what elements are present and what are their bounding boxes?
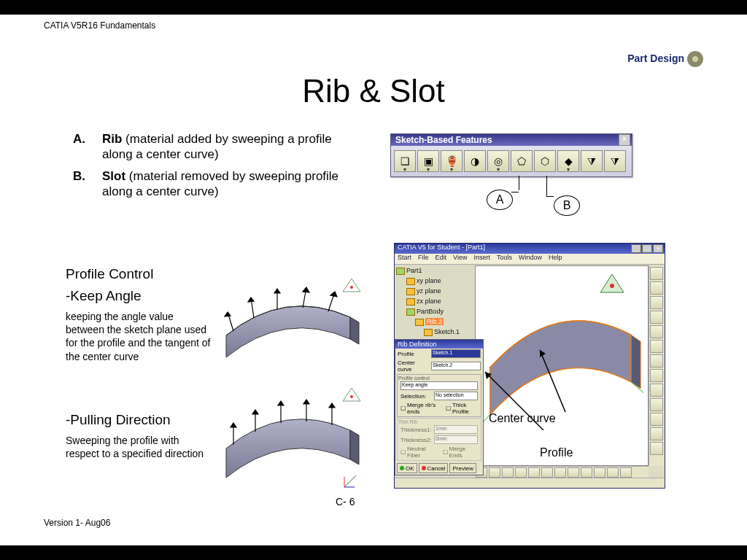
sketch-icon xyxy=(424,329,433,336)
tool-icon[interactable] xyxy=(650,281,663,295)
svg-marker-20 xyxy=(343,279,360,292)
cancel-button[interactable]: Cancel xyxy=(419,463,449,473)
menu-bar[interactable]: StartFileEditViewInsertToolsWindowHelp xyxy=(395,254,665,265)
part-icon xyxy=(396,268,405,275)
keep-angle-heading: -Keep Angle xyxy=(66,288,142,304)
tool-icon[interactable] xyxy=(650,384,663,397)
doc-header: CATIA V5R16 Fundamentals xyxy=(44,20,155,31)
shaft-icon[interactable]: 🏺▾ xyxy=(441,150,462,172)
compass-icon[interactable] xyxy=(598,272,626,300)
gear-icon xyxy=(687,51,703,67)
tool-icon[interactable] xyxy=(650,311,663,324)
svg-point-28 xyxy=(610,284,614,288)
profile-control-field[interactable]: Keep angle xyxy=(400,381,478,390)
page-number: C- 6 xyxy=(336,496,355,508)
pocket-icon[interactable]: ▣▾ xyxy=(417,150,439,172)
compass-icon xyxy=(341,277,362,300)
tool-icon[interactable] xyxy=(650,325,663,338)
def-b-label: B. xyxy=(73,168,102,184)
maximize-icon[interactable]: □ xyxy=(642,244,652,253)
pad-icon[interactable]: ❏▾ xyxy=(394,150,416,172)
tool-icon[interactable] xyxy=(650,369,663,382)
callout-a: A xyxy=(487,190,513,210)
callout-b: B xyxy=(554,195,580,216)
tool-icon[interactable] xyxy=(650,413,663,426)
spec-tree[interactable]: Part1 xy plane yz plane zx plane PartBod… xyxy=(396,265,473,347)
hole-icon[interactable]: ◎▾ xyxy=(487,150,509,172)
removed-multisection-icon[interactable]: ⧩ xyxy=(604,150,626,172)
merge-ends2-checkbox: ☐ xyxy=(443,449,448,456)
plane-icon xyxy=(406,278,415,285)
svg-marker-9 xyxy=(330,292,337,297)
svg-marker-11 xyxy=(231,423,236,427)
compass-icon xyxy=(341,386,362,410)
brand-label: Part Design xyxy=(627,51,703,67)
bottom-toolbar[interactable] xyxy=(475,466,649,478)
thick-profile-checkbox[interactable]: ☐ xyxy=(446,405,451,412)
svg-marker-13 xyxy=(252,410,258,414)
svg-marker-17 xyxy=(303,400,309,404)
def-a-label: A. xyxy=(73,131,102,147)
svg-marker-1 xyxy=(225,312,231,316)
center-curve-field[interactable]: Sketch.2 xyxy=(431,362,481,370)
tool-icon[interactable] xyxy=(650,340,663,353)
merge-ends-checkbox[interactable]: ☐ xyxy=(400,405,406,412)
stiffener-icon[interactable]: ◆▾ xyxy=(557,150,579,172)
thickness1-field: 1mm xyxy=(434,425,478,434)
rib-definition-dialog: Rib Definition ProfileSketch.1 Center cu… xyxy=(395,339,484,475)
minimize-icon[interactable]: _ xyxy=(631,244,641,253)
svg-marker-22 xyxy=(343,388,360,401)
definitions: A.Rib (material added by sweeping a prof… xyxy=(73,131,365,205)
rib-feature-icon xyxy=(415,319,424,326)
neutral-fiber-checkbox: ☐ xyxy=(400,449,406,456)
annotation-center-curve: Center curve xyxy=(489,412,556,425)
profile-field[interactable]: Sketch.1 xyxy=(431,349,481,358)
tool-icon[interactable] xyxy=(650,398,663,411)
svg-marker-15 xyxy=(278,401,284,405)
svg-line-24 xyxy=(344,475,356,487)
body-icon xyxy=(406,308,415,316)
close-icon[interactable]: × xyxy=(653,244,663,253)
catia-window: CATIA V5 for Student - [Part1] _□× Start… xyxy=(394,243,665,489)
selection-field[interactable]: No selection xyxy=(434,392,478,400)
svg-point-21 xyxy=(350,286,353,289)
svg-marker-19 xyxy=(329,403,335,408)
toolbar-title: Sketch-Based Features xyxy=(395,135,492,145)
close-icon[interactable]: × xyxy=(619,134,630,146)
thickness2-field: 0mm xyxy=(434,435,478,444)
viewport-3d[interactable] xyxy=(475,265,649,466)
plane-icon xyxy=(406,288,415,295)
tool-icon[interactable] xyxy=(650,354,663,368)
axis-marker-icon xyxy=(343,474,357,491)
slot-icon[interactable]: ⬡ xyxy=(534,150,556,172)
svg-point-23 xyxy=(350,395,353,398)
dialog-title: Rib Definition xyxy=(395,340,483,349)
right-toolbar[interactable] xyxy=(649,265,664,466)
rib-icon[interactable]: ⬠ xyxy=(511,150,533,172)
tool-icon[interactable] xyxy=(650,442,663,455)
version-label: Version 1- Aug06 xyxy=(44,518,110,528)
page-title: Rib & Slot xyxy=(0,73,747,109)
svg-marker-7 xyxy=(303,287,309,292)
preview-button[interactable]: Preview xyxy=(449,463,476,473)
svg-marker-3 xyxy=(248,298,254,302)
pulling-dir-heading: -Pulling Direction xyxy=(66,412,171,428)
status-bar xyxy=(395,478,665,488)
sketch-features-toolbar: Sketch-Based Features × ❏▾ ▣▾ 🏺▾ ◑ ◎▾ ⬠ … xyxy=(390,133,632,177)
window-title: CATIA V5 for Student - [Part1] xyxy=(398,244,485,251)
ok-button[interactable]: OK xyxy=(397,463,417,473)
svg-marker-27 xyxy=(600,274,624,292)
tool-icon[interactable] xyxy=(650,296,663,309)
profile-control-heading: Profile Control xyxy=(66,266,153,282)
multisection-icon[interactable]: ⧩ xyxy=(581,150,603,172)
annotation-profile: Profile xyxy=(540,446,573,459)
plane-icon xyxy=(406,298,415,306)
tool-icon[interactable] xyxy=(650,267,663,280)
keep-angle-body: keeping the angle value between the sket… xyxy=(66,310,212,363)
svg-marker-5 xyxy=(274,289,280,293)
tool-icon[interactable] xyxy=(650,427,663,440)
pulling-dir-body: Sweeping the profile with respect to a s… xyxy=(66,434,212,460)
groove-icon[interactable]: ◑ xyxy=(464,150,486,172)
